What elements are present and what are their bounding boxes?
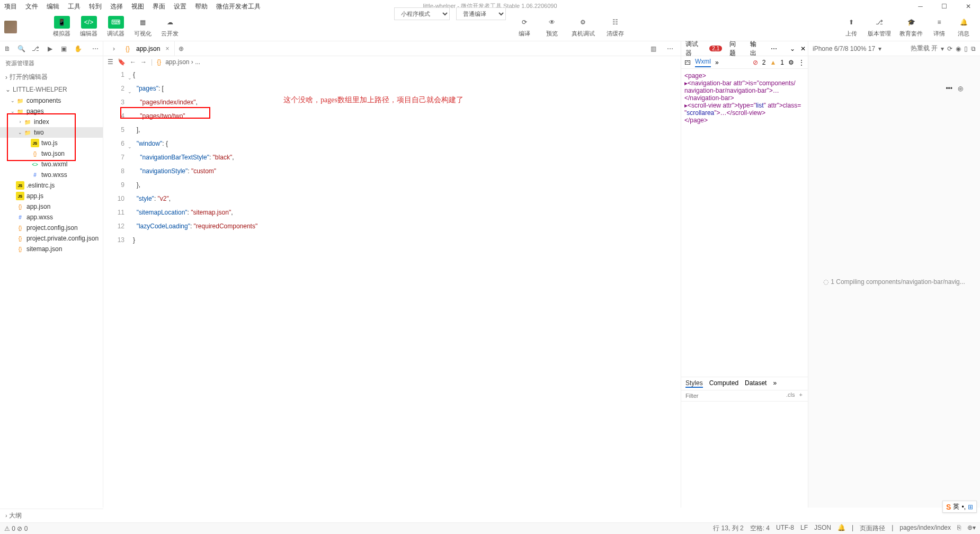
dbg-tab-main[interactable]: 调试器 <box>683 40 704 58</box>
status-enc[interactable]: UTF-8 <box>776 524 794 533</box>
tree-item-index[interactable]: ›📁index <box>0 117 103 127</box>
tree-item-project.config.json[interactable]: {}project.config.json <box>0 222 103 233</box>
computed-tab[interactable]: Computed <box>709 379 738 388</box>
dbg-tab-output[interactable]: 输出 <box>748 40 763 58</box>
status-lang[interactable]: JSON <box>814 524 831 533</box>
dbg-close-icon[interactable]: ✕ <box>800 45 806 52</box>
pv-menu-icon[interactable]: ••• <box>946 85 952 92</box>
menu-help[interactable]: 帮助 <box>195 2 208 11</box>
wxml-tab[interactable]: Wxml <box>695 58 711 67</box>
debug-icon[interactable]: ▶ <box>44 42 56 55</box>
edu-button[interactable]: 🎓教育套件 <box>895 16 927 38</box>
mode-select[interactable]: 小程序模式 <box>394 7 450 20</box>
tab-add-icon[interactable]: ⊕ <box>175 42 188 55</box>
preview-button[interactable]: 👁预览 <box>540 16 564 38</box>
tab-left-icon[interactable]: › <box>108 42 120 55</box>
split-icon[interactable]: ▥ <box>647 42 660 55</box>
styles-more-icon[interactable]: » <box>773 379 777 388</box>
status-end-icon[interactable]: ⊕▾ <box>967 524 976 533</box>
breadcrumb-path[interactable]: app.json › ... <box>165 58 200 66</box>
menu-tool[interactable]: 工具 <box>68 2 81 11</box>
project-section[interactable]: ⌄LITTLE-WHELPER <box>0 84 103 95</box>
maximize-button[interactable]: ☐ <box>932 0 956 13</box>
tree-item-two.js[interactable]: JStwo.js <box>0 138 103 148</box>
back-icon[interactable]: ← <box>130 58 136 66</box>
cloud-button[interactable]: ☁云开发 <box>157 16 183 38</box>
visual-button[interactable]: ▦可视化 <box>130 16 156 38</box>
tree-item-two.json[interactable]: {}two.json <box>0 148 103 159</box>
dom-tree[interactable]: <page> ▸<navigation-bar attr">is="compon… <box>681 69 808 377</box>
bookmark-icon[interactable]: 🔖 <box>118 58 126 66</box>
cls-toggle[interactable]: .cls <box>784 391 797 400</box>
dbg-expand-icon[interactable]: » <box>715 59 719 66</box>
more-tabs-icon[interactable]: ⋯ <box>664 42 676 55</box>
filter-input[interactable] <box>684 391 784 400</box>
styles-tab[interactable]: Styles <box>685 379 703 388</box>
add-style-icon[interactable]: + <box>797 391 805 400</box>
upload-button[interactable]: ⬆上传 <box>839 16 863 38</box>
open-editors-section[interactable]: ›打开的编辑器 <box>0 70 103 84</box>
status-errors[interactable]: ⚠ 0 ⊘ 0 <box>4 525 28 532</box>
close-button[interactable]: ✕ <box>956 0 980 13</box>
close-icon[interactable]: × <box>165 45 169 52</box>
realdebug-button[interactable]: ⚙真机调试 <box>567 16 599 38</box>
menu-wechat[interactable]: 微信开发者工具 <box>216 2 261 11</box>
list-icon[interactable]: ☰ <box>108 58 113 66</box>
dbg-tab-issues[interactable]: 问题 <box>727 40 743 58</box>
avatar[interactable] <box>4 21 17 33</box>
dbg-more-icon[interactable]: ⋯ <box>769 45 779 52</box>
tree-item-project.private.config.json[interactable]: {}project.private.config.json <box>0 233 103 244</box>
ext-icon[interactable]: ▣ <box>58 42 69 55</box>
tree-item-app.json[interactable]: {}app.json <box>0 201 103 212</box>
menu-project[interactable]: 项目 <box>4 2 17 11</box>
device-select[interactable]: iPhone 6/7/8 100% 17 <box>813 45 875 52</box>
code-editor[interactable]: ⌄1⌄2345⌄678910111213 { "pages": [ "pages… <box>103 68 681 508</box>
inspect-icon[interactable]: ⮹ <box>684 59 691 66</box>
kebab-icon[interactable]: ⋮ <box>798 59 805 66</box>
tree-item-sitemap.json[interactable]: {}sitemap.json <box>0 244 103 254</box>
minimize-button[interactable]: ─ <box>908 0 932 13</box>
editor-button[interactable]: </>编辑器 <box>76 16 102 38</box>
menu-view[interactable]: 视图 <box>131 2 144 11</box>
pv-target-icon[interactable]: ◎ <box>958 85 963 92</box>
menu-edit[interactable]: 编辑 <box>47 2 59 11</box>
tree-item-.eslintrc.js[interactable]: JS.eslintrc.js <box>0 180 103 191</box>
pv-rec-icon[interactable]: ◉ <box>956 45 961 52</box>
fwd-icon[interactable]: → <box>140 58 147 66</box>
tree-item-two.wxml[interactable]: <>two.wxml <box>0 159 103 170</box>
tree-item-app.js[interactable]: JSapp.js <box>0 191 103 201</box>
pv-phone-icon[interactable]: ▯ <box>964 45 968 52</box>
status-pos[interactable]: 行 13, 列 2 <box>713 524 743 533</box>
copy-icon[interactable]: ⎘ <box>957 524 961 533</box>
status-path[interactable]: pages/index/index <box>899 524 951 533</box>
tree-item-app.wxss[interactable]: #app.wxss <box>0 212 103 222</box>
menu-select[interactable]: 选择 <box>110 2 123 11</box>
gear-icon[interactable]: ⚙ <box>788 59 794 66</box>
detail-button[interactable]: ≡详情 <box>927 16 951 38</box>
dbg-chevron-icon[interactable]: ⌄ <box>790 45 795 52</box>
menu-settings[interactable]: 设置 <box>174 2 186 11</box>
outline-section[interactable]: › 大纲 <box>0 509 103 522</box>
hand-icon[interactable]: ✋ <box>73 42 84 55</box>
pv-reload-icon[interactable]: ⟳ <box>947 45 952 52</box>
explorer-icon[interactable]: 🗎 <box>2 42 13 55</box>
clearcache-button[interactable]: ☷清缓存 <box>602 16 628 38</box>
tree-item-components[interactable]: ⌄📁components <box>0 95 103 106</box>
more-icon[interactable]: ⋯ <box>90 42 101 55</box>
git-icon[interactable]: ⎇ <box>30 42 41 55</box>
search-icon[interactable]: 🔍 <box>16 42 28 55</box>
simulator-button[interactable]: 📱模拟器 <box>49 16 75 38</box>
compile-button[interactable]: ⟳编译 <box>512 16 537 38</box>
menu-file[interactable]: 文件 <box>25 2 38 11</box>
dataset-tab[interactable]: Dataset <box>745 379 767 388</box>
pv-pop-icon[interactable]: ⧉ <box>971 45 976 52</box>
hotreload-select[interactable]: 热重载 开 <box>911 44 938 53</box>
status-eol[interactable]: LF <box>800 524 808 533</box>
status-bell-icon[interactable]: 🔔 <box>838 524 845 533</box>
tree-item-two[interactable]: ⌄📁two <box>0 127 103 138</box>
status-spaces[interactable]: 空格: 4 <box>750 524 770 533</box>
debugger-button[interactable]: ⌨调试器 <box>103 16 129 38</box>
menu-ui[interactable]: 界面 <box>153 2 165 11</box>
message-button[interactable]: 🔔消息 <box>951 16 976 38</box>
compile-select[interactable]: 普通编译 <box>456 7 506 20</box>
